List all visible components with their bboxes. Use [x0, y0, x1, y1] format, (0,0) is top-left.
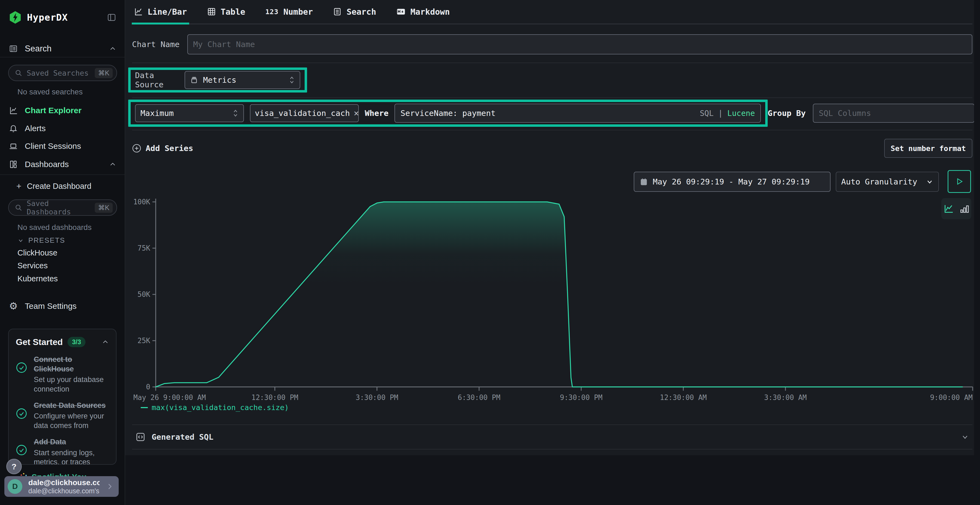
lucene-toggle[interactable]: Lucene [727, 109, 755, 118]
tab-search[interactable]: Search [331, 0, 378, 24]
chart-type-tabs: Line/Bar Table 123 Number Search M [132, 0, 972, 24]
data-source-select[interactable]: Metrics [185, 71, 300, 89]
tab-number[interactable]: 123 Number [263, 0, 315, 24]
get-started-item-subtitle: Start sending logs, metrics, or traces [34, 448, 109, 465]
toggle-separator: | [718, 109, 723, 118]
granularity-select[interactable]: Auto Granularity [836, 172, 939, 192]
where-label: Where [365, 108, 388, 118]
user-team: dale@clickhouse.com's [28, 487, 100, 495]
get-started-title: Get Started [16, 337, 63, 347]
sidebar-item-alerts[interactable]: Alerts [9, 122, 116, 134]
no-saved-dashboards-text: No saved dashboards [18, 223, 91, 232]
preset-item-clickhouse[interactable]: ClickHouse [18, 248, 57, 257]
tab-label: Markdown [410, 7, 450, 17]
user-email: dale@clickhouse.com [28, 478, 100, 487]
svg-text:12:30:00 PM: 12:30:00 PM [251, 394, 298, 402]
tab-line-bar[interactable]: Line/Bar [132, 0, 189, 24]
run-query-button[interactable] [948, 170, 971, 193]
select-updown-icon [232, 109, 239, 117]
create-dashboard-button[interactable]: + Create Dashboard [16, 180, 124, 192]
sidebar-divider [0, 57, 125, 57]
check-circle-icon [16, 401, 28, 430]
saved-dashboards-placeholder: Saved Dashboards [27, 199, 91, 216]
saved-dashboards-input[interactable]: Saved Dashboards ⌘K [8, 199, 117, 216]
code-icon [135, 432, 146, 442]
chart-name-input[interactable] [187, 34, 972, 54]
cmd-k-shortcut: ⌘K [95, 68, 113, 78]
sidebar-section-search[interactable]: Search [9, 43, 116, 55]
document-list-icon [333, 7, 342, 16]
timeseries-chart[interactable]: 025K50K75K100KMay 26 9:00:00 AM12:30:00 … [132, 195, 977, 402]
where-value: ServiceName: payment [401, 108, 495, 118]
chevron-down-icon [961, 433, 969, 441]
play-icon [955, 178, 963, 186]
sidebar-item-team-settings[interactable]: ⚙ Team Settings [9, 300, 116, 312]
chevron-up-icon[interactable] [102, 338, 109, 346]
sidebar-item-client-sessions[interactable]: Client Sessions [9, 140, 116, 152]
get-started-item-subtitle: Configure where your data comes from [34, 411, 109, 430]
line-chart-icon [9, 106, 18, 115]
aggregation-select[interactable]: Maximum [135, 104, 244, 122]
svg-text:May 26 9:00:00 AM: May 26 9:00:00 AM [134, 394, 206, 402]
presets-header[interactable]: PRESETS [18, 236, 65, 245]
group-by-cluster: Group By [768, 100, 975, 127]
sidebar-collapse-icon[interactable] [107, 13, 116, 22]
help-label: ? [11, 462, 16, 471]
number-123-icon: 123 [266, 8, 278, 16]
divider [132, 63, 972, 63]
chevron-up-icon [109, 161, 116, 168]
saved-searches-placeholder: Saved Searches [27, 69, 91, 77]
close-icon[interactable]: × [354, 108, 359, 118]
aggregation-value: Maximum [140, 108, 174, 118]
generated-sql-toggle[interactable]: Generated SQL [132, 424, 972, 449]
date-range-input[interactable]: May 26 09:29:19 - May 27 09:29:19 [634, 172, 830, 192]
line-chart-icon [134, 7, 143, 16]
main-panel: Line/Bar Table 123 Number Search M [125, 0, 980, 455]
sidebar-item-label: Client Sessions [25, 141, 81, 151]
where-input[interactable]: ServiceName: payment SQL | Lucene [395, 104, 761, 123]
get-started-item-title: Connect to ClickHouse [34, 355, 109, 374]
search-section-icon [9, 44, 18, 53]
tab-table[interactable]: Table [205, 0, 247, 24]
chart-name-input-field[interactable] [193, 40, 966, 49]
chevron-up-icon [109, 45, 116, 52]
query-language-toggle: SQL | Lucene [700, 109, 755, 118]
group-by-input-field[interactable] [819, 108, 969, 118]
add-series-button[interactable]: Add Series [132, 144, 193, 153]
select-updown-icon [289, 76, 295, 84]
tab-label: Line/Bar [148, 7, 187, 17]
database-icon [190, 76, 198, 84]
markdown-icon [396, 7, 406, 16]
sidebar-divider [0, 175, 125, 175]
metric-tag[interactable]: visa_validation_cach × [250, 104, 359, 122]
chart-legend[interactable]: max(visa_validation_cache.size) [141, 403, 289, 412]
tab-markdown[interactable]: Markdown [394, 0, 452, 24]
preset-item-kubernetes[interactable]: Kubernetes [18, 274, 58, 283]
get-started-item[interactable]: Create Data Sources Configure where your… [16, 401, 109, 430]
set-number-format-button[interactable]: Set number format [884, 139, 972, 158]
dashboards-icon [9, 160, 18, 169]
chevron-down-icon [18, 237, 24, 244]
search-icon [15, 204, 22, 211]
sidebar-section-dashboards[interactable]: Dashboards [9, 158, 116, 170]
svg-text:0: 0 [146, 383, 150, 391]
data-source-label: Data Source [135, 71, 177, 89]
get-started-card: Get Started 3/3 Connect to ClickHouse Se… [8, 329, 116, 465]
sidebar-item-chart-explorer[interactable]: Chart Explorer [9, 105, 116, 116]
saved-searches-input[interactable]: Saved Searches ⌘K [8, 65, 117, 81]
scroll-gutter[interactable] [974, 0, 980, 455]
get-started-item[interactable]: Add Data Start sending logs, metrics, or… [16, 437, 109, 465]
preset-item-services[interactable]: Services [18, 261, 48, 270]
bell-icon [9, 124, 18, 133]
get-started-item-title: Add Data [34, 437, 109, 447]
sql-toggle[interactable]: SQL [700, 109, 714, 118]
help-button[interactable]: ? [6, 459, 22, 474]
user-menu[interactable]: D dale@clickhouse.com dale@clickhouse.co… [4, 476, 119, 497]
get-started-item[interactable]: Connect to ClickHouse Set up your databa… [16, 355, 109, 394]
avatar: D [8, 479, 22, 494]
svg-text:3:30:00 PM: 3:30:00 PM [356, 394, 398, 402]
group-by-input[interactable] [813, 104, 975, 123]
check-circle-icon [16, 355, 28, 394]
brand-row: HyperDX [9, 13, 116, 22]
chevron-right-icon [106, 483, 114, 491]
